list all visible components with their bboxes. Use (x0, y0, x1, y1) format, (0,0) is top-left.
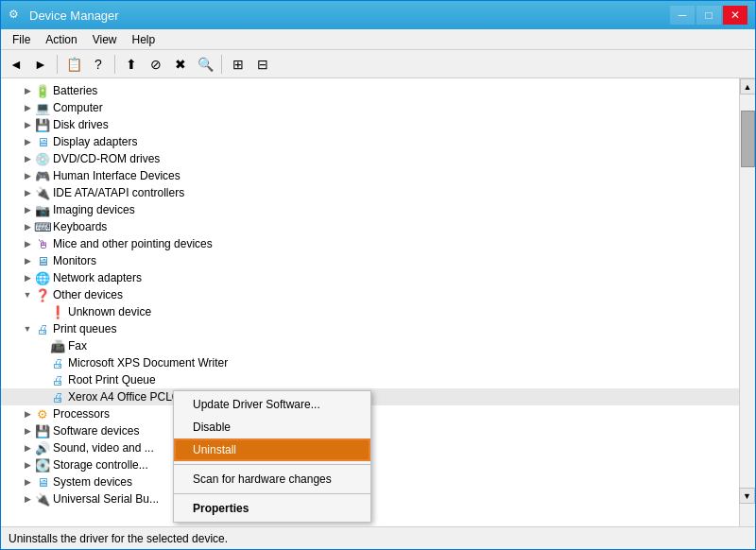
expand-ide[interactable]: ▶ (20, 185, 35, 200)
tree-item-monitors[interactable]: ▶ 🖥 Monitors (1, 252, 739, 269)
expand-disk[interactable]: ▶ (20, 117, 35, 132)
uninstall-button[interactable]: ✖ (169, 53, 192, 76)
menu-bar: File Action View Help (1, 29, 755, 50)
monitors-label: Monitors (53, 254, 96, 267)
back-button[interactable]: ◄ (5, 53, 27, 76)
scroll-thumb[interactable] (741, 111, 755, 167)
tree-item-batteries[interactable]: ▶ 🔋 Batteries (1, 82, 739, 99)
title-bar-left: ⚙ Device Manager (9, 8, 119, 23)
expand-computer[interactable]: ▶ (20, 100, 35, 115)
context-menu-update-driver[interactable]: Update Driver Software... (174, 393, 370, 416)
unknown-label: Unknown device (68, 305, 151, 318)
expand-monitors[interactable]: ▶ (20, 253, 35, 268)
update-driver-button[interactable]: ⬆ (120, 53, 143, 76)
window-icon: ⚙ (9, 8, 24, 23)
forward-button[interactable]: ► (29, 53, 52, 76)
scrollbar-vertical[interactable]: ▲ ▼ (739, 78, 755, 526)
expand-storage[interactable]: ▶ (20, 457, 35, 473)
maximize-button[interactable]: □ (696, 6, 721, 25)
menu-file[interactable]: File (5, 31, 38, 48)
dvd-label: DVD/CD-ROM drives (53, 152, 160, 165)
context-menu-separator (174, 464, 370, 465)
expand-sound[interactable]: ▶ (20, 440, 35, 455)
tree-item-print[interactable]: ▼ 🖨 Print queues (1, 320, 739, 337)
monitor-icon: 🖥 (35, 253, 50, 268)
xerox-icon: 🖨 (50, 389, 65, 404)
expand-batteries[interactable]: ▶ (20, 83, 35, 98)
tree-item-hid[interactable]: ▶ 🎮 Human Interface Devices (1, 167, 739, 184)
scan-changes-button[interactable]: 🔍 (194, 53, 216, 76)
disk-label: Disk drives (53, 118, 109, 131)
help-button[interactable]: ? (87, 53, 110, 76)
tree-item-other-devices[interactable]: ▼ ❓ Other devices (1, 286, 739, 303)
menu-view[interactable]: View (85, 31, 125, 48)
expand-print[interactable]: ▼ (20, 321, 35, 336)
ide-icon: 🔌 (35, 185, 50, 200)
hid-label: Human Interface Devices (53, 169, 180, 182)
tree-item-unknown[interactable]: ▶ ❗ Unknown device (1, 303, 739, 320)
expand-software[interactable]: ▶ (20, 423, 35, 438)
disable-button[interactable]: ⊘ (145, 53, 167, 76)
context-menu-uninstall[interactable]: Uninstall (174, 438, 370, 461)
tree-item-root-print[interactable]: ▶ 🖨 Root Print Queue (1, 371, 739, 388)
tree-item-computer[interactable]: ▶ 💻 Computer (1, 99, 739, 116)
tree-item-imaging[interactable]: ▶ 📷 Imaging devices (1, 201, 739, 218)
imaging-icon: 📷 (35, 202, 50, 217)
system-icon: 🖥 (35, 474, 50, 490)
expand-imaging[interactable]: ▶ (20, 202, 35, 217)
expand-dvd[interactable]: ▶ (20, 151, 35, 166)
expand-display[interactable]: ▶ (20, 134, 35, 149)
menu-help[interactable]: Help (125, 31, 163, 48)
tree-item-fax[interactable]: ▶ 📠 Fax (1, 337, 739, 354)
expand-processors[interactable]: ▶ (20, 406, 35, 421)
scroll-down-arrow[interactable]: ▼ (739, 488, 755, 504)
expand-usb[interactable]: ▶ (20, 491, 35, 507)
root-print-icon: 🖨 (50, 372, 65, 387)
tree-item-disk-drives[interactable]: ▶ 💾 Disk drives (1, 116, 739, 133)
other-label: Other devices (53, 288, 123, 301)
software-icon: 💾 (35, 423, 50, 438)
tree-item-display[interactable]: ▶ 🖥 Display adapters (1, 133, 739, 150)
expand-other[interactable]: ▼ (20, 287, 35, 302)
batteries-icon: 🔋 (35, 83, 50, 98)
context-menu-disable[interactable]: Disable (174, 416, 370, 438)
sound-icon: 🔊 (35, 440, 50, 455)
properties-button[interactable]: 📋 (62, 53, 85, 76)
context-menu-properties[interactable]: Properties (174, 497, 370, 520)
xps-label: Microsoft XPS Document Writer (68, 356, 228, 370)
disk-icon: 💾 (35, 117, 50, 132)
tree-item-xps[interactable]: ▶ 🖨 Microsoft XPS Document Writer (1, 354, 739, 371)
minimize-button[interactable]: ─ (670, 6, 695, 25)
root-print-label: Root Print Queue (68, 373, 156, 387)
other-icon: ❓ (35, 287, 50, 302)
tree-item-network[interactable]: ▶ 🌐 Network adapters (1, 269, 739, 286)
fax-icon: 📠 (50, 338, 65, 353)
collapse-button[interactable]: ⊟ (251, 53, 274, 76)
content-area: ▶ 🔋 Batteries ▶ 💻 Computer ▶ 💾 Disk driv… (1, 78, 755, 526)
network-label: Network adapters (53, 271, 142, 284)
software-label: Software devices (53, 424, 139, 438)
tree-item-keyboards[interactable]: ▶ ⌨ Keyboards (1, 218, 739, 235)
processors-label: Processors (53, 407, 110, 421)
expand-button[interactable]: ⊞ (227, 53, 249, 76)
keyboards-label: Keyboards (53, 220, 107, 233)
close-button[interactable]: ✕ (723, 6, 747, 25)
usb-icon: 🔌 (35, 491, 50, 507)
title-bar-buttons: ─ □ ✕ (670, 6, 747, 25)
expand-system[interactable]: ▶ (20, 474, 35, 490)
processor-icon: ⚙ (35, 406, 50, 421)
expand-network[interactable]: ▶ (20, 270, 35, 285)
context-menu-scan[interactable]: Scan for hardware changes (174, 468, 370, 490)
tree-item-mice[interactable]: ▶ 🖱 Mice and other pointing devices (1, 235, 739, 252)
expand-hid[interactable]: ▶ (20, 168, 35, 183)
menu-action[interactable]: Action (38, 31, 84, 48)
computer-label: Computer (53, 101, 103, 114)
display-icon: 🖥 (35, 134, 50, 149)
expand-mice[interactable]: ▶ (20, 236, 35, 251)
status-text: Uninstalls the driver for the selected d… (9, 532, 228, 545)
tree-item-ide[interactable]: ▶ 🔌 IDE ATA/ATAPI controllers (1, 184, 739, 201)
network-icon: 🌐 (35, 270, 50, 285)
tree-item-dvd[interactable]: ▶ 💿 DVD/CD-ROM drives (1, 150, 739, 167)
scroll-up-arrow[interactable]: ▲ (740, 78, 756, 95)
sound-label: Sound, video and ... (53, 441, 154, 455)
